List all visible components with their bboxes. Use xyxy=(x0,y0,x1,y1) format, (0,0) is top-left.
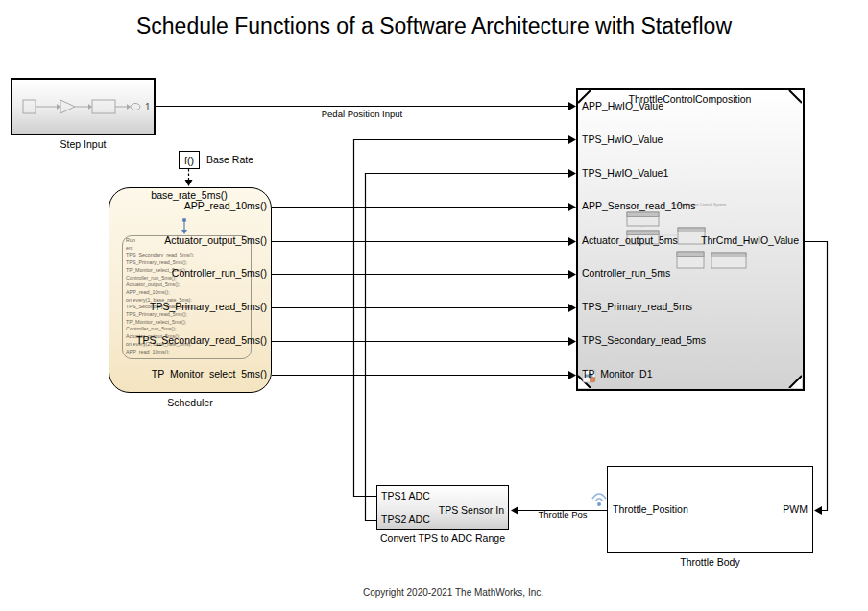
wire-controller-run-5ms[interactable] xyxy=(272,270,576,279)
wire-tps2-adc[interactable] xyxy=(366,169,577,521)
scheduler-output-app-read: APP_read_10ms() xyxy=(123,200,267,211)
scheduler-output-tps-secondary: TPS_Secondary_read_5ms() xyxy=(123,334,267,346)
port-pwm: PWM xyxy=(750,503,808,515)
input-app-sensor-read-10ms: APP_Sensor_read_10ms xyxy=(582,200,696,211)
scheduler-output-actuator: Actuator_output_5ms() xyxy=(123,234,267,246)
port-tps-sensor-in: TPS Sensor In xyxy=(408,504,504,516)
scheduler-chart-block[interactable]: base_rate_5ms() Run en: TPS_Secondary_re… xyxy=(108,187,272,393)
wire-tp-monitor-select-5ms[interactable] xyxy=(272,371,576,379)
input-tps-hwio-value: TPS_HwIO_Value xyxy=(582,134,663,145)
base-rate-block[interactable]: f() xyxy=(179,151,200,169)
input-app-hwio-value: APP_HwIO_Value xyxy=(582,100,663,111)
convert-tps-label: Convert TPS to ADC Range xyxy=(356,532,529,544)
throttle-control-composition-block[interactable]: Throttle Position Control System Throttl… xyxy=(576,88,805,391)
port-throttle-position: Throttle_Position xyxy=(613,503,688,515)
output-thrcmd-hwio-value: ThrCmd_HwIO_Value xyxy=(655,234,799,246)
input-controller-run-5ms: Controller_run_5ms xyxy=(582,267,670,279)
simulink-model-canvas: Schedule Functions of a Software Archite… xyxy=(0,0,868,611)
scheduler-output-controller: Controller_run_5ms() xyxy=(123,267,267,279)
wire-tps1-adc[interactable] xyxy=(354,135,577,497)
scheduler-label: Scheduler xyxy=(108,397,272,408)
wire-actuator-output-5ms[interactable] xyxy=(272,237,576,246)
signal-logging-badge-icon[interactable] xyxy=(592,494,606,506)
scheduler-output-tp-monitor: TP_Monitor_select_5ms() xyxy=(123,368,267,379)
input-tps-hwio-value1: TPS_HwIO_Value1 xyxy=(582,167,668,179)
scheduler-output-tps-primary: TPS_Primary_read_5ms() xyxy=(123,301,267,312)
base-rate-glyph: f() xyxy=(184,155,194,166)
input-tps-primary-read-5ms: TPS_Primary_read_5ms xyxy=(582,301,692,312)
copyright-annotation: Copyright 2020-2021 The MathWorks, Inc. xyxy=(319,587,588,598)
signal-label-pedal-position[interactable]: Pedal Position Input xyxy=(295,109,429,119)
step-input-block[interactable]: 1 xyxy=(11,78,156,135)
input-tps-secondary-read-5ms: TPS_Secondary_read_5ms xyxy=(582,334,706,346)
base-rate-label: Base Rate xyxy=(206,154,253,165)
port-tps1-adc: TPS1 ADC xyxy=(381,490,430,501)
throttle-body-block[interactable]: Throttle_Position PWM xyxy=(607,466,813,553)
step-input-label: Step Input xyxy=(11,138,156,150)
wire-tps-secondary-read-5ms[interactable] xyxy=(272,337,576,346)
step-input-port-number: 1 xyxy=(145,102,151,112)
step-input-thumbnail: 1 xyxy=(12,80,154,134)
wire-app-read-10ms[interactable] xyxy=(272,203,576,211)
wire-tps-primary-read-5ms[interactable] xyxy=(272,304,576,312)
wire-base-rate-trigger[interactable] xyxy=(185,169,193,186)
input-tp-monitor-d1: TP_Monitor_D1 xyxy=(582,368,653,379)
convert-tps-block[interactable]: TPS1 ADC TPS2 ADC TPS Sensor In xyxy=(376,485,509,530)
throttle-body-label: Throttle Body xyxy=(638,556,783,568)
signal-label-throttle-pos[interactable]: Throttle Pos xyxy=(524,509,601,520)
